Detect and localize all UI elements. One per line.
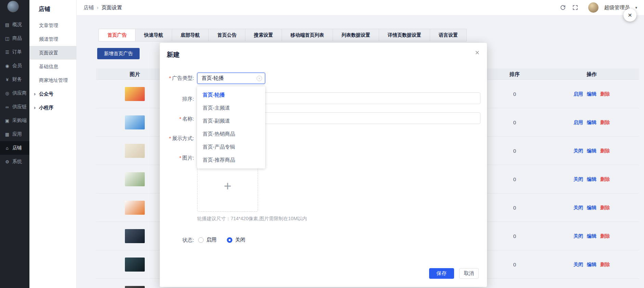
dropdown-option-recommended-goods[interactable]: 首页-推荐商品 [197, 153, 265, 166]
sidebar-item-system[interactable]: ⚙系统 [0, 155, 29, 168]
sidebar-item-label: 采购端 [12, 117, 27, 124]
status-toggle-link[interactable]: 关闭 [574, 205, 583, 211]
row-sort-value: 0 [494, 165, 535, 193]
radio-enable[interactable]: 启用 [198, 237, 217, 243]
menu-group-official-account[interactable]: ›公众号 [29, 87, 76, 101]
status-toggle-link[interactable]: 启用 [574, 91, 583, 97]
menu-group-label: 公众号 [39, 91, 53, 97]
product-image [125, 115, 145, 129]
menu-group-mini-program[interactable]: ›小程序 [29, 101, 76, 114]
tab-detail-data-settings[interactable]: 详情页数据设置 [379, 29, 430, 41]
field-label: 展示方式: [172, 135, 194, 141]
user-avatar[interactable] [588, 2, 598, 13]
radio-disable[interactable]: 关闭 [227, 237, 245, 243]
apps-icon: ▦ [4, 132, 10, 137]
row-sort-value: 0 [494, 108, 535, 137]
row-sort-value: 0 [494, 250, 535, 279]
status-toggle-link[interactable]: 关闭 [574, 233, 583, 239]
radio-selected-icon [227, 237, 232, 243]
edit-link[interactable]: 编辑 [587, 233, 596, 239]
new-ad-modal: 新建 × *广告类型: 首页-轮播 × 排序: *名称: *展示方式: *图片:… [160, 43, 487, 287]
modal-title: 新建 [167, 50, 180, 59]
sidebar-item-label: 供应商 [12, 90, 27, 96]
sidebar-item-suppliers[interactable]: ◎供应商 [0, 86, 29, 100]
suppliers-icon: ◎ [4, 91, 10, 96]
chevron-down-icon[interactable]: ▾ [635, 5, 637, 10]
required-asterisk: * [179, 155, 181, 161]
menu-item-basic-info[interactable]: 基础信息 [29, 60, 76, 73]
app-logo [7, 1, 19, 12]
status-toggle-link[interactable]: 关闭 [574, 262, 583, 268]
dropdown-option-main-channel[interactable]: 首页-主频道 [197, 101, 265, 114]
radio-label: 启用 [206, 237, 217, 243]
fullscreen-icon[interactable] [572, 4, 579, 11]
delete-link[interactable]: 删除 [600, 120, 610, 126]
status-label: 状态: [160, 237, 194, 243]
sidebar-item-members[interactable]: ◉会员 [0, 59, 29, 73]
sidebar-item-finance[interactable]: ¥财务 [0, 73, 29, 86]
primary-sidebar: ▤概况 ◫商品 ☰订单 ◉会员 ¥财务 ◎供应商 ∞供应链 ▣采购端 ▦应用 ⌂… [0, 0, 29, 288]
edit-link[interactable]: 编辑 [587, 91, 596, 97]
sidebar-item-procurement[interactable]: ▣采购端 [0, 114, 29, 127]
tab-list-data-settings[interactable]: 列表数据设置 [333, 29, 379, 41]
sidebar-item-goods[interactable]: ◫商品 [0, 32, 29, 45]
delete-link[interactable]: 删除 [600, 233, 610, 239]
cancel-button[interactable]: 取消 [459, 268, 479, 279]
status-toggle-link[interactable]: 关闭 [574, 148, 583, 154]
dropdown-option-carousel[interactable]: 首页-轮播 [197, 88, 265, 101]
delete-link[interactable]: 删除 [600, 176, 610, 183]
delete-link[interactable]: 删除 [600, 91, 610, 97]
dropdown-option-sub-channel[interactable]: 首页-副频道 [197, 114, 265, 127]
delete-link[interactable]: 删除 [600, 262, 610, 268]
tab-language-settings[interactable]: 语言设置 [430, 29, 467, 41]
chevron-right-icon: › [34, 101, 36, 114]
image-label: *图片: [160, 154, 194, 161]
breadcrumb-root[interactable]: 店铺 [83, 4, 94, 11]
tab-search-settings[interactable]: 搜索设置 [245, 29, 282, 41]
sidebar-item-apps[interactable]: ▦应用 [0, 127, 29, 141]
add-home-ad-button[interactable]: 新增首页广告 [97, 48, 140, 59]
shop-icon: ⌂ [4, 146, 10, 151]
dropdown-option-hot-goods[interactable]: 首页-热销商品 [197, 127, 265, 140]
sidebar-item-supply-chain[interactable]: ∞供应链 [0, 100, 29, 114]
tab-quick-nav[interactable]: 快速导航 [136, 29, 172, 41]
tab-home-ads[interactable]: 首页广告 [99, 29, 136, 41]
row-sort-value [494, 279, 535, 288]
product-image [125, 87, 145, 101]
ad-type-select[interactable]: 首页-轮播 × [197, 73, 265, 84]
delete-link[interactable]: 删除 [600, 148, 610, 154]
menu-item-article-management[interactable]: 文章管理 [29, 18, 76, 32]
menu-item-page-settings[interactable]: 页面设置 [29, 46, 76, 60]
edit-link[interactable]: 编辑 [587, 120, 596, 126]
product-image [125, 172, 145, 186]
refresh-icon[interactable] [559, 4, 566, 11]
edit-link[interactable]: 编辑 [587, 148, 596, 154]
edit-link[interactable]: 编辑 [587, 205, 596, 211]
close-icon[interactable]: × [475, 49, 479, 57]
page-close-button[interactable]: × [623, 9, 636, 22]
field-label: 广告类型: [172, 75, 194, 81]
menu-item-merchant-address[interactable]: 商家地址管理 [29, 73, 76, 87]
sidebar-item-overview[interactable]: ▤概况 [0, 18, 29, 32]
row-sort-value: 0 [494, 80, 535, 108]
save-button[interactable]: 保存 [429, 268, 454, 279]
status-toggle-link[interactable]: 启用 [574, 120, 583, 126]
supply-chain-icon: ∞ [4, 104, 10, 110]
tab-mobile-home-list[interactable]: 移动端首页列表 [282, 29, 333, 41]
sidebar-item-orders[interactable]: ☰订单 [0, 45, 29, 59]
edit-link[interactable]: 编辑 [587, 262, 596, 268]
tab-home-notice[interactable]: 首页公告 [209, 29, 245, 41]
dropdown-option-product-album[interactable]: 首页-产品专辑 [197, 140, 265, 153]
field-label: 排序: [182, 96, 194, 102]
delete-link[interactable]: 删除 [600, 205, 610, 211]
sidebar-item-label: 财务 [12, 76, 22, 83]
status-toggle-link[interactable]: 关闭 [574, 176, 583, 183]
menu-item-channel-management[interactable]: 频道管理 [29, 32, 76, 46]
sidebar-item-label: 概况 [12, 22, 22, 28]
sidebar-item-shop[interactable]: ⌂店铺 [0, 141, 29, 155]
tab-bottom-nav[interactable]: 底部导航 [172, 29, 209, 41]
members-icon: ◉ [4, 63, 10, 68]
edit-link[interactable]: 编辑 [587, 176, 596, 183]
sidebar-item-label: 会员 [12, 63, 22, 69]
clear-icon[interactable]: × [257, 76, 262, 81]
